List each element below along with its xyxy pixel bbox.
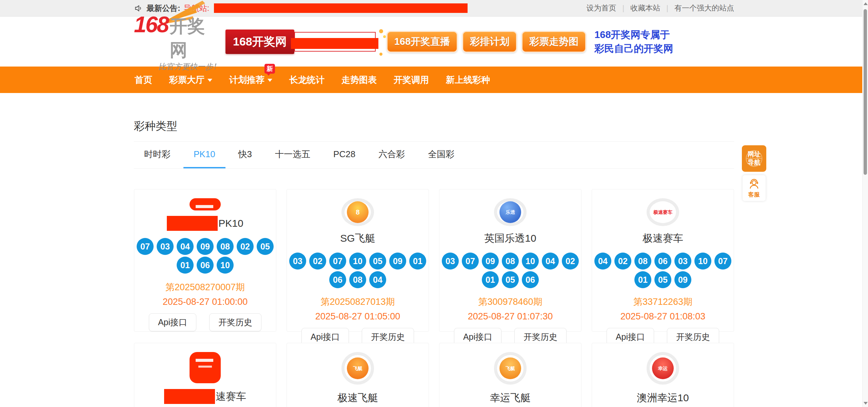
decor-dot xyxy=(379,53,382,56)
nav-item-lottery-hall[interactable]: 彩票大厅 xyxy=(169,72,213,88)
result-ball: 02 xyxy=(237,238,254,255)
nav-item-draw-api[interactable]: 开奖调用 xyxy=(393,72,430,88)
lottery-title: 英国乐透10 xyxy=(484,232,536,245)
nav-item-home[interactable]: 首页 xyxy=(134,72,153,88)
result-ball: 08 xyxy=(502,253,519,270)
lottery-logo-icon: 幸运 xyxy=(647,352,679,385)
lottery-title-text: 英国乐透10 xyxy=(484,232,536,245)
cards-grid: PK10 07030409080205010610 第202508270007期… xyxy=(134,189,734,407)
redacted-announcement xyxy=(214,3,468,13)
site-nav-widget[interactable]: 网址 导航 xyxy=(742,145,766,172)
tab-liuhecai[interactable]: 六合彩 xyxy=(368,142,415,168)
scrollbar[interactable] xyxy=(862,0,868,407)
lottery-title-text: 极速飞艇 xyxy=(337,391,378,405)
scroll-down-arrow-icon[interactable] xyxy=(864,402,868,405)
lottery-logo-icon xyxy=(190,352,221,383)
tab-quanguocai[interactable]: 全国彩 xyxy=(418,142,465,168)
announcement-bar: 最新公告: 导航站: 设为首页 | 收藏本站 | 有一个强大的站点 xyxy=(0,0,868,17)
bookmark-site-link[interactable]: 收藏本站 xyxy=(630,3,660,13)
nav-label: 计划推荐 xyxy=(229,74,264,86)
nav-item-new-lotteries[interactable]: 新上线彩种 xyxy=(445,72,491,88)
nav-item-streak-stats[interactable]: 长龙统计 xyxy=(289,72,325,88)
result-ball: 07 xyxy=(714,253,731,270)
result-ball: 10 xyxy=(694,253,711,270)
site-header: 168 开奖网 比官方更快一步! 168开奖网 168开奖直播 彩排计划 彩票走… xyxy=(0,17,868,67)
lottery-logo-icon: 8 xyxy=(341,198,374,226)
result-ball: 04 xyxy=(177,238,194,255)
tab-shiyixuanwu[interactable]: 十一选五 xyxy=(265,142,320,168)
result-ball: 05 xyxy=(654,271,671,288)
lottery-logo-icon xyxy=(190,198,221,210)
logo-name: 开奖网 xyxy=(170,15,219,62)
lottery-card: 极速赛车 极速赛车 04020806031007010509 第33712263… xyxy=(592,189,734,332)
nav-item-trend-charts[interactable]: 走势图表 xyxy=(341,72,377,88)
lottery-card: 8 SG飞艇 03020710050901060804 第20250827013… xyxy=(287,189,429,332)
set-homepage-link[interactable]: 设为首页 xyxy=(587,3,616,13)
brand-red-box[interactable]: 168开奖网 xyxy=(225,30,294,54)
result-ball: 06 xyxy=(522,271,539,288)
draw-time: 2025-08-27 01:00:00 xyxy=(163,297,248,307)
result-ball: 06 xyxy=(197,257,214,274)
lottery-card: 乐透 英国乐透10 03070908100402010506 第30097846… xyxy=(439,189,581,332)
site-slogan: 168开奖网专属于 彩民自己的开奖网 xyxy=(594,28,673,56)
tab-pc28[interactable]: PC28 xyxy=(323,142,366,168)
draw-period: 第202508270007期 xyxy=(165,281,245,293)
result-ball: 02 xyxy=(562,253,579,270)
history-button[interactable]: 开奖历史 xyxy=(209,313,261,331)
result-ball: 05 xyxy=(257,238,274,255)
lottery-logo-icon: 乐透 xyxy=(494,198,527,226)
lottery-card: 幸运 澳洲幸运10 04090705010203 xyxy=(592,343,734,407)
result-ball: 04 xyxy=(369,271,386,288)
result-ball: 01 xyxy=(177,257,194,274)
nav-label: 开奖调用 xyxy=(394,74,429,86)
result-ball: 08 xyxy=(217,238,234,255)
nav-item-plan-recommend[interactable]: 计划推荐新 xyxy=(229,72,273,88)
scrollbar-thumb[interactable] xyxy=(864,9,867,175)
result-ball: 05 xyxy=(369,253,386,270)
slogan-line-2: 彩民自己的开奖网 xyxy=(594,42,673,56)
chevron-down-icon xyxy=(268,79,272,84)
result-ball: 10 xyxy=(522,253,539,270)
lottery-logo-label: 飞艇 xyxy=(499,357,521,379)
lottery-card: 速赛车 07050408010902 xyxy=(134,343,276,407)
draw-period: 第33712263期 xyxy=(633,296,692,308)
nav-label: 走势图表 xyxy=(341,74,377,86)
result-ball: 09 xyxy=(674,271,691,288)
result-ball: 07 xyxy=(329,253,346,270)
result-ball: 04 xyxy=(594,253,611,270)
result-ball: 09 xyxy=(482,253,499,270)
tab-shishicai[interactable]: 时时彩 xyxy=(134,142,181,168)
api-button[interactable]: Api接口 xyxy=(149,313,196,331)
lottery-title: 速赛车 xyxy=(164,389,246,404)
result-ball: 02 xyxy=(309,253,326,270)
lottery-title-text: 幸运飞艇 xyxy=(490,391,531,405)
service-widget-label: 客服 xyxy=(748,191,760,199)
tab-pk10[interactable]: PK10 xyxy=(183,142,225,168)
result-ball: 03 xyxy=(157,238,174,255)
trend-chart-button[interactable]: 彩票走势图 xyxy=(521,31,586,53)
nav-label: 首页 xyxy=(135,74,152,86)
lottery-title-text: 澳洲幸运10 xyxy=(637,391,689,405)
redacted-banner-fill xyxy=(291,38,378,49)
result-ball: 03 xyxy=(442,253,459,270)
main-content: 彩种类型 时时彩 PK10 快3 十一选五 PC28 六合彩 全国彩 PK10 … xyxy=(134,119,734,407)
live-draw-button[interactable]: 168开奖直播 xyxy=(387,31,458,53)
tab-kuai3[interactable]: 快3 xyxy=(228,142,262,168)
lottery-logo-icon: 飞艇 xyxy=(494,352,527,385)
result-ball: 01 xyxy=(409,253,426,270)
divider: | xyxy=(666,4,668,13)
result-numbers: 03070908100402010506 xyxy=(442,251,579,288)
plan-button[interactable]: 彩排计划 xyxy=(462,31,517,53)
powerful-site-link[interactable]: 有一个强大的站点 xyxy=(674,3,734,13)
scroll-up-arrow-icon[interactable] xyxy=(864,2,868,5)
decor-dot xyxy=(383,35,386,38)
lottery-title: 极速飞艇 xyxy=(337,390,378,406)
lottery-title: 幸运飞艇 xyxy=(490,390,531,406)
decor-dot xyxy=(379,29,383,33)
result-ball: 04 xyxy=(542,253,559,270)
lottery-title-text: 极速赛车 xyxy=(643,232,683,245)
result-ball: 09 xyxy=(389,253,406,270)
site-logo[interactable]: 168 开奖网 比官方更快一步! xyxy=(134,12,219,72)
result-ball: 08 xyxy=(349,271,366,288)
customer-service-widget[interactable]: 客服 xyxy=(743,175,766,201)
